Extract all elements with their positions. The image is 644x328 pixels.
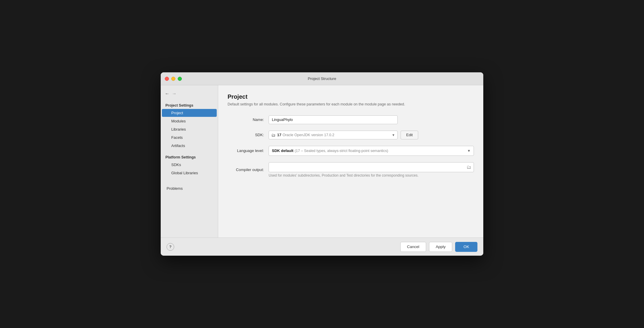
content-title: Project <box>228 93 474 100</box>
sidebar-item-project[interactable]: Project <box>162 109 217 117</box>
platform-settings-label: Platform Settings <box>161 153 218 160</box>
sdk-edit-button[interactable]: Edit <box>401 131 418 139</box>
sdk-dropdown-arrow: ▼ <box>392 133 395 137</box>
window-body: ← → Project Settings Project Modules Lib… <box>161 85 483 256</box>
compiler-hint: Used for modules' subdirectories, Produc… <box>269 173 474 177</box>
project-settings-label: Project Settings <box>161 102 218 109</box>
bottom-bar: ? Cancel Apply OK <box>161 238 483 256</box>
help-button[interactable]: ? <box>167 243 174 251</box>
name-row: Name: <box>228 115 474 124</box>
name-input[interactable] <box>269 115 398 124</box>
lang-detail: (17 – Sealed types, always-strict floati… <box>295 149 388 153</box>
language-row: Language level: SDK default (17 – Sealed… <box>228 146 474 156</box>
compiler-label: Compiler output: <box>228 168 269 172</box>
name-control <box>269 115 474 124</box>
sdk-text: Oracle OpenJDK version 17.0.2 <box>282 133 334 137</box>
project-structure-window: Project Structure ← → Project Settings P… <box>161 72 483 256</box>
lang-default: SDK default <box>272 148 294 153</box>
sdk-label: SDK: <box>228 133 269 137</box>
minimize-button[interactable] <box>171 77 175 81</box>
sidebar-item-modules[interactable]: Modules <box>162 117 217 125</box>
close-button[interactable] <box>165 77 169 81</box>
main-content: ← → Project Settings Project Modules Lib… <box>161 85 483 238</box>
sidebar-item-artifacts[interactable]: Artifacts <box>162 142 217 150</box>
sidebar-item-facets[interactable]: Facets <box>162 134 217 141</box>
sidebar-item-sdks[interactable]: SDKs <box>162 161 217 169</box>
sdk-version: 17 <box>277 133 281 137</box>
content-area: Project Default settings for all modules… <box>218 85 483 238</box>
sdk-row: SDK: 🗂 17 Oracle OpenJDK version 17.0.2 … <box>228 131 474 139</box>
sidebar-item-problems[interactable]: Problems <box>162 184 217 192</box>
name-label: Name: <box>228 117 269 122</box>
cancel-button[interactable]: Cancel <box>400 242 426 252</box>
window-title: Project Structure <box>308 76 336 81</box>
sdk-control: 🗂 17 Oracle OpenJDK version 17.0.2 ▼ Edi… <box>269 131 474 139</box>
sdk-folder-icon: 🗂 <box>271 133 275 137</box>
sidebar: ← → Project Settings Project Modules Lib… <box>161 85 218 238</box>
sdk-dropdown[interactable]: 🗂 17 Oracle OpenJDK version 17.0.2 ▼ <box>269 131 398 139</box>
bottom-actions: Cancel Apply OK <box>400 242 477 252</box>
compiler-row: Compiler output: 🗂 Used for modules' sub… <box>228 162 474 177</box>
sidebar-item-libraries[interactable]: Libraries <box>162 125 217 133</box>
content-description: Default settings for all modules. Config… <box>228 102 474 107</box>
title-bar: Project Structure <box>161 72 483 85</box>
language-label: Language level: <box>228 148 269 153</box>
traffic-lights <box>165 77 182 81</box>
compiler-control: 🗂 Used for modules' subdirectories, Prod… <box>269 162 474 177</box>
nav-back-forward: ← → <box>161 89 218 102</box>
ok-button[interactable]: OK <box>455 242 477 252</box>
compiler-input-wrap: 🗂 <box>269 162 474 172</box>
apply-button[interactable]: Apply <box>429 242 453 252</box>
maximize-button[interactable] <box>178 77 182 81</box>
compiler-input[interactable] <box>271 165 465 169</box>
language-dropdown[interactable]: SDK default (17 – Sealed types, always-s… <box>269 146 474 156</box>
back-arrow[interactable]: ← <box>165 91 170 96</box>
forward-arrow[interactable]: → <box>172 91 177 96</box>
language-dropdown-arrow: ▼ <box>467 149 471 153</box>
compiler-folder-icon[interactable]: 🗂 <box>467 165 471 170</box>
language-control: SDK default (17 – Sealed types, always-s… <box>269 146 474 156</box>
sidebar-item-global-libraries[interactable]: Global Libraries <box>162 169 217 177</box>
